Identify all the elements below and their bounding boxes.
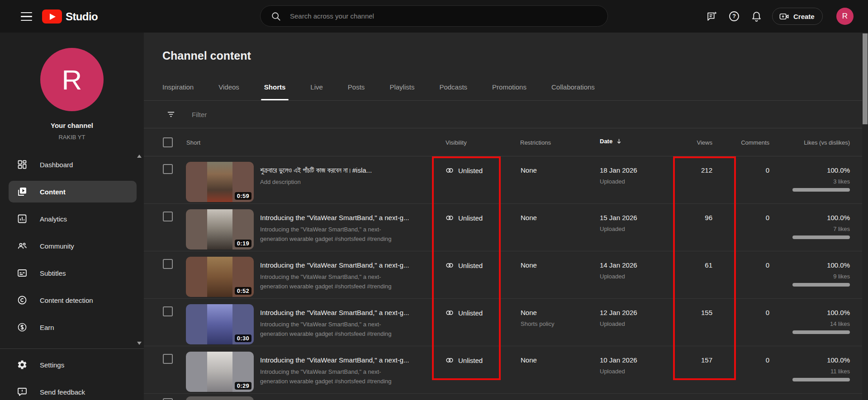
date-cell: 18 Jan 2026 Uploaded bbox=[600, 156, 637, 186]
views-cell: 96 bbox=[667, 213, 712, 223]
youtube-studio-logo[interactable]: Studio bbox=[42, 9, 98, 24]
sidebar-item-analytics[interactable]: Analytics bbox=[9, 208, 137, 230]
row-checkbox[interactable] bbox=[163, 212, 173, 221]
short-title[interactable]: Introducing the "VitaWear SmartBand," a … bbox=[260, 308, 432, 318]
short-description: Introducing the "VitaWear SmartBand," a … bbox=[260, 320, 432, 329]
short-description: Introducing the "VitaWear SmartBand," a … bbox=[260, 272, 432, 282]
short-description[interactable]: Add description bbox=[260, 177, 432, 187]
table-row[interactable]: 0:52 Introducing the "VitaWear SmartBand… bbox=[144, 251, 862, 299]
sidebar-item-label: Dashboard bbox=[40, 161, 73, 169]
column-header-likes[interactable]: Likes (vs dislikes) bbox=[793, 139, 850, 146]
row-checkbox[interactable] bbox=[163, 306, 173, 316]
restrictions-cell: None bbox=[521, 346, 537, 367]
visibility-cell[interactable]: Unlisted bbox=[445, 260, 483, 270]
likes-cell: 100.0% 3 likes bbox=[792, 156, 850, 186]
unlisted-link-icon bbox=[445, 213, 454, 222]
short-thumbnail[interactable] bbox=[186, 396, 254, 400]
visibility-cell[interactable]: Unlisted bbox=[445, 165, 483, 175]
restrictions-cell[interactable]: None Shorts policy bbox=[521, 299, 554, 329]
tab-videos[interactable]: Videos bbox=[218, 73, 239, 100]
column-header-visibility[interactable]: Visibility bbox=[446, 139, 467, 146]
visibility-cell[interactable]: Unlisted bbox=[445, 213, 483, 223]
likes-ratio-bar bbox=[792, 235, 850, 239]
short-thumbnail[interactable]: 0:29 bbox=[186, 352, 254, 392]
tab-collaborations[interactable]: Collaborations bbox=[551, 73, 595, 100]
tab-promotions[interactable]: Promotions bbox=[492, 73, 526, 100]
tab-inspiration[interactable]: Inspiration bbox=[162, 73, 194, 100]
sidebar-item-subtitles[interactable]: Subtitles bbox=[9, 262, 137, 284]
sort-descending-icon bbox=[616, 138, 622, 145]
sidebar-scroll-down-arrow[interactable] bbox=[137, 342, 142, 345]
short-description: Introducing the "VitaWear SmartBand," a … bbox=[260, 367, 432, 376]
likes-ratio-bar bbox=[792, 330, 850, 334]
menu-button[interactable] bbox=[21, 12, 32, 21]
feedback-sparkle-icon[interactable] bbox=[703, 8, 721, 25]
short-title[interactable]: Introducing the "VitaWear SmartBand," a … bbox=[260, 260, 432, 270]
feedback-bubble-icon bbox=[17, 386, 28, 397]
create-button[interactable]: Create bbox=[772, 8, 823, 25]
comments-cell: 0 bbox=[733, 165, 769, 175]
short-title[interactable]: Introducing the "VitaWear SmartBand," a … bbox=[260, 213, 432, 223]
tab-live[interactable]: Live bbox=[310, 73, 323, 100]
table-row[interactable]: 0:29 Introducing the "VitaWear SmartBand… bbox=[144, 346, 862, 394]
column-header-restrictions[interactable]: Restrictions bbox=[520, 139, 551, 146]
comments-cell: 0 bbox=[733, 308, 769, 318]
community-icon bbox=[17, 240, 28, 251]
row-checkbox[interactable] bbox=[163, 354, 173, 364]
row-checkbox[interactable] bbox=[163, 398, 173, 400]
sidebar-item-send-feedback[interactable]: Send feedback bbox=[9, 381, 137, 400]
tab-posts[interactable]: Posts bbox=[348, 73, 365, 100]
filter-input[interactable] bbox=[191, 107, 508, 122]
short-thumbnail[interactable]: 0:59 bbox=[186, 162, 254, 202]
short-thumbnail[interactable]: 0:30 bbox=[186, 304, 254, 344]
short-title[interactable]: Introducing the "VitaWear SmartBand," a … bbox=[260, 355, 432, 365]
row-checkbox[interactable] bbox=[163, 164, 173, 174]
likes-cell: 100.0% 14 likes bbox=[792, 299, 850, 329]
table-row[interactable]: 0:30 Introducing the "VitaWear SmartBand… bbox=[144, 299, 862, 346]
dollar-icon bbox=[17, 322, 28, 333]
duration-badge: 0:52 bbox=[235, 287, 251, 295]
tab-podcasts[interactable]: Podcasts bbox=[439, 73, 467, 100]
short-description: generation wearable gadget #shortsfeed #… bbox=[260, 234, 432, 244]
sidebar-item-earn[interactable]: Earn bbox=[9, 316, 137, 338]
account-avatar[interactable]: R bbox=[836, 8, 854, 25]
column-header-short: Short bbox=[186, 139, 200, 146]
views-cell: 61 bbox=[667, 260, 712, 270]
table-row[interactable]: 0:19 Introducing the "VitaWear SmartBand… bbox=[144, 204, 862, 251]
main-scrollbar[interactable] bbox=[862, 33, 868, 400]
search-bar[interactable] bbox=[260, 5, 608, 27]
column-header-comments[interactable]: Comments bbox=[733, 139, 769, 146]
tab-shorts[interactable]: Shorts bbox=[264, 73, 286, 100]
help-icon[interactable]: ? bbox=[726, 8, 743, 25]
tab-playlists[interactable]: Playlists bbox=[389, 73, 414, 100]
sidebar-scroll-up-arrow[interactable] bbox=[137, 155, 142, 158]
sidebar-item-content-detection[interactable]: Content detection bbox=[9, 289, 137, 311]
sidebar-item-community[interactable]: Community bbox=[9, 235, 137, 257]
select-all-checkbox[interactable] bbox=[163, 137, 173, 147]
short-title[interactable]: শুক্রবারে ভুলেও এই পাঁচটি কাজ করবেন না।#… bbox=[260, 165, 432, 175]
short-thumbnail[interactable]: 0:52 bbox=[186, 257, 254, 297]
visibility-cell[interactable]: Unlisted bbox=[445, 308, 483, 318]
restrictions-cell: None bbox=[521, 204, 537, 224]
table-row[interactable]: 0:59 শুক্রবারে ভুলেও এই পাঁচটি কাজ করবেন… bbox=[144, 156, 862, 204]
likes-cell: 100.0% 11 likes bbox=[792, 346, 850, 376]
table-row-partial[interactable] bbox=[144, 394, 862, 400]
channel-avatar[interactable]: R bbox=[40, 48, 104, 111]
unlisted-link-icon bbox=[445, 261, 454, 270]
row-checkbox[interactable] bbox=[163, 259, 173, 269]
column-header-views[interactable]: Views bbox=[667, 139, 712, 146]
sidebar-item-dashboard[interactable]: Dashboard bbox=[9, 154, 137, 175]
content-tabs: Inspiration Videos Shorts Live Posts Pla… bbox=[162, 73, 595, 100]
restrictions-cell: None bbox=[521, 251, 537, 272]
short-thumbnail[interactable]: 0:19 bbox=[186, 209, 254, 249]
notifications-bell-icon[interactable] bbox=[748, 8, 765, 25]
views-cell: 157 bbox=[667, 355, 712, 365]
search-input[interactable] bbox=[289, 12, 602, 20]
sidebar-item-settings[interactable]: Settings bbox=[9, 354, 137, 376]
video-plus-icon bbox=[779, 11, 789, 22]
column-header-date[interactable]: Date bbox=[600, 138, 622, 145]
visibility-cell[interactable]: Unlisted bbox=[445, 355, 483, 365]
sidebar-item-label: Content detection bbox=[40, 296, 93, 304]
scrollbar-thumb[interactable] bbox=[863, 33, 868, 124]
sidebar-item-content[interactable]: Content bbox=[9, 181, 137, 202]
